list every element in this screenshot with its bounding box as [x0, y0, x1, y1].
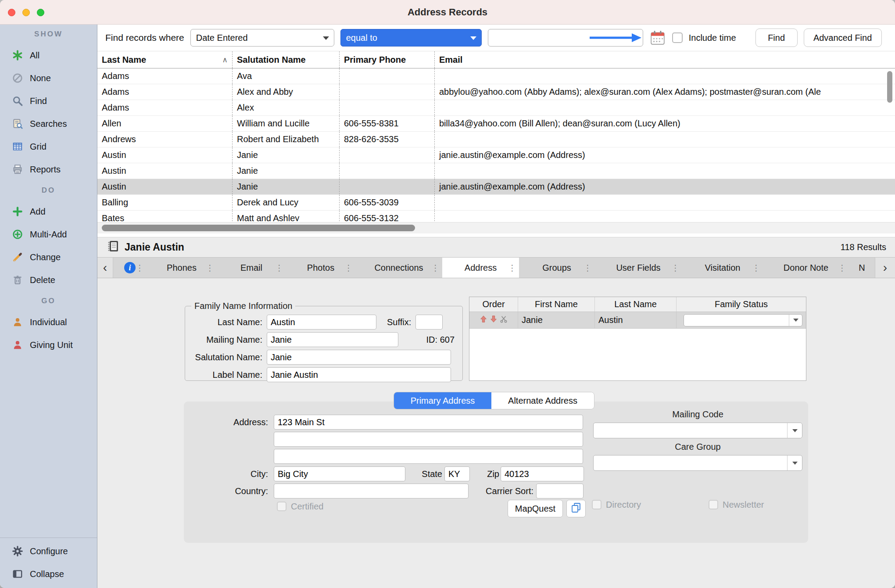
directory-checkbox[interactable]	[592, 500, 601, 509]
tab-connections[interactable]: Connections⋮	[355, 258, 442, 278]
minimize-button[interactable]	[22, 9, 30, 16]
family-status-select[interactable]	[684, 314, 802, 326]
advanced-find-button[interactable]: Advanced Find	[804, 29, 882, 47]
newsletter-checkbox[interactable]	[709, 500, 718, 509]
tab-groups[interactable]: Groups⋮	[519, 258, 594, 278]
tab-grip-icon[interactable]: ⋮	[431, 263, 440, 273]
chevron-down-icon[interactable]	[787, 455, 802, 470]
sidebar-item-find[interactable]: Find	[0, 90, 97, 112]
address-line2-field[interactable]	[274, 432, 583, 447]
find-operator-select[interactable]: equal to	[340, 29, 482, 47]
member-row[interactable]: Janie Austin	[469, 312, 806, 329]
tab-address[interactable]: Address⋮	[442, 258, 519, 278]
sidebar-item-none[interactable]: None	[0, 67, 97, 90]
table-row[interactable]: Adams Alex	[97, 100, 895, 116]
tab-grip-icon[interactable]: ⋮	[752, 263, 760, 273]
tab-grip-icon[interactable]: ⋮	[275, 263, 283, 273]
tab-grip-icon[interactable]: ⋮	[206, 263, 214, 273]
table-row[interactable]: Adams Alex and Abby abbylou@yahoo.com (A…	[97, 84, 895, 100]
address-line1-field[interactable]	[274, 415, 583, 430]
salutation-name-field[interactable]	[267, 350, 451, 365]
chevron-down-icon[interactable]	[789, 315, 802, 326]
table-row-selected[interactable]: Austin Janie janie.austin@example.com (A…	[97, 179, 895, 195]
tabs-scroll-right-button[interactable]: ›	[875, 258, 895, 278]
tab-grip-icon[interactable]: ⋮	[344, 263, 353, 273]
include-time-checkbox[interactable]	[672, 32, 683, 43]
certified-checkbox[interactable]	[277, 502, 286, 511]
sidebar-item-individual[interactable]: Individual	[0, 311, 97, 333]
mapquest-button[interactable]: MapQuest	[508, 500, 563, 517]
tab-info[interactable]: i ⋮	[113, 258, 147, 278]
care-group-select[interactable]	[593, 455, 802, 471]
find-field-select[interactable]: Date Entered	[190, 29, 334, 47]
mailing-name-field[interactable]	[267, 332, 398, 347]
tab-grip-icon[interactable]: ⋮	[584, 263, 592, 273]
horizontal-scrollbar-thumb[interactable]	[102, 225, 415, 231]
sidebar-item-collapse[interactable]: Collapse	[0, 563, 97, 585]
sidebar-item-reports[interactable]: Reports	[0, 158, 97, 181]
zip-field[interactable]	[501, 466, 584, 481]
column-header-phone[interactable]: Primary Phone	[340, 51, 435, 68]
tab-photos[interactable]: Photos⋮	[286, 258, 355, 278]
sidebar-item-giving-unit[interactable]: Giving Unit	[0, 333, 97, 356]
tab-user-fields[interactable]: User Fields⋮	[594, 258, 682, 278]
sidebar-item-multi-add[interactable]: Multi-Add	[0, 223, 97, 246]
tab-grip-icon[interactable]: ⋮	[508, 263, 516, 273]
column-header-salutation[interactable]: Salutation Name	[233, 51, 340, 68]
sidebar-item-grid[interactable]: Grid	[0, 135, 97, 158]
tab-visitation[interactable]: Visitation⋮	[682, 258, 763, 278]
calendar-icon[interactable]	[649, 29, 666, 46]
move-down-icon[interactable]	[490, 315, 498, 325]
table-row[interactable]: Bates Matt and Ashley 606-555-3132	[97, 211, 895, 221]
cell-phone: 606-555-8381	[340, 116, 435, 131]
horizontal-scrollbar-track[interactable]	[97, 222, 895, 233]
tab-next-partial[interactable]: N	[849, 258, 875, 278]
sort-ascending-icon[interactable]: ∧	[222, 55, 228, 65]
column-header-last-name[interactable]: Last Name ∧	[97, 51, 233, 68]
table-row[interactable]: Austin Janie	[97, 163, 895, 179]
sidebar-item-delete[interactable]: Delete	[0, 269, 97, 291]
primary-address-tab[interactable]: Primary Address	[394, 392, 491, 409]
last-name-field[interactable]	[267, 315, 376, 330]
state-field[interactable]	[444, 466, 470, 481]
tab-email[interactable]: Email⋮	[217, 258, 286, 278]
vertical-scrollbar-thumb[interactable]	[887, 71, 892, 103]
cell-salutation: Janie	[233, 147, 340, 163]
tab-grip-icon[interactable]: ⋮	[838, 263, 846, 273]
label-name-field[interactable]	[267, 367, 451, 382]
sidebar-item-all[interactable]: All	[0, 44, 97, 67]
copy-address-button[interactable]	[566, 500, 586, 517]
sidebar-item-searches[interactable]: Searches	[0, 112, 97, 135]
sidebar-item-change[interactable]: Change	[0, 246, 97, 269]
address-line3-field[interactable]	[274, 449, 583, 464]
city-field[interactable]	[274, 466, 405, 481]
close-button[interactable]	[8, 9, 15, 16]
tab-grip-icon[interactable]: ⋮	[136, 263, 144, 273]
table-row[interactable]: Andrews Robert and Elizabeth 828-626-353…	[97, 132, 895, 147]
carrier-sort-field[interactable]	[536, 484, 584, 498]
mailing-name-label: Mailing Name:	[190, 335, 267, 345]
sidebar-item-configure[interactable]: Configure	[0, 540, 97, 563]
suffix-field[interactable]	[415, 315, 443, 330]
find-button[interactable]: Find	[755, 29, 798, 47]
column-header-email[interactable]: Email	[435, 51, 895, 68]
table-row[interactable]: Allen William and Lucille 606-555-8381 b…	[97, 116, 895, 132]
table-row[interactable]: Adams Ava	[97, 68, 895, 84]
table-row[interactable]: Balling Derek and Lucy 606-555-3039	[97, 195, 895, 211]
chevron-down-icon[interactable]	[787, 423, 802, 438]
tab-phones[interactable]: Phones⋮	[147, 258, 217, 278]
tabs-scroll-left-button[interactable]: ‹	[97, 258, 113, 278]
country-field[interactable]	[274, 484, 469, 498]
find-value-input[interactable]	[488, 29, 643, 47]
detail-tab-bar: ‹ i ⋮ Phones⋮ Email⋮ Photos⋮ Connections…	[97, 257, 895, 278]
table-row[interactable]: Austin Janie janie.austin@example.com (A…	[97, 147, 895, 163]
mailing-code-select[interactable]	[593, 423, 802, 438]
cell-last-name: Adams	[97, 100, 233, 115]
tab-grip-icon[interactable]: ⋮	[671, 263, 680, 273]
zoom-button[interactable]	[37, 9, 44, 16]
move-up-icon[interactable]	[480, 315, 487, 325]
alternate-address-tab[interactable]: Alternate Address	[491, 392, 594, 409]
sidebar-item-add[interactable]: Add	[0, 200, 97, 223]
tab-donor-note[interactable]: Donor Note⋮	[763, 258, 849, 278]
scissors-icon[interactable]	[500, 315, 508, 325]
